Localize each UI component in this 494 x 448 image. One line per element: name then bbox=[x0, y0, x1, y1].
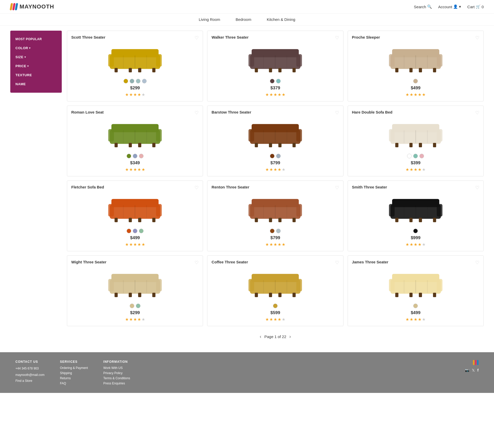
press-enquiries-link[interactable]: Press Enquiries bbox=[103, 382, 130, 385]
product-price: $799 bbox=[270, 235, 280, 240]
sidebar-item-name[interactable]: NAME bbox=[10, 80, 62, 89]
returns-link[interactable]: Returns bbox=[60, 376, 88, 380]
svg-rect-49 bbox=[269, 143, 272, 147]
header-right: Search 🔍 Account 👤 ▾ Cart 🛒 0 bbox=[414, 4, 484, 9]
filled-star: ★ bbox=[414, 317, 417, 322]
cart-link[interactable]: Cart 🛒 0 bbox=[467, 4, 484, 9]
wishlist-icon[interactable]: ♡ bbox=[475, 260, 479, 265]
terms-conditions-link[interactable]: Terms & Conditions bbox=[103, 376, 130, 380]
color-swatch[interactable] bbox=[276, 154, 281, 158]
color-swatch[interactable] bbox=[270, 79, 275, 83]
color-swatch[interactable] bbox=[413, 229, 418, 233]
filled-star: ★ bbox=[405, 92, 409, 97]
logo[interactable]: MAYNOOTH bbox=[10, 3, 54, 10]
color-swatch[interactable] bbox=[407, 154, 412, 158]
wishlist-icon[interactable]: ♡ bbox=[475, 110, 479, 116]
wishlist-icon[interactable]: ♡ bbox=[335, 110, 339, 116]
product-rating: ★★★★★ bbox=[405, 317, 426, 322]
wishlist-icon[interactable]: ♡ bbox=[335, 260, 339, 265]
product-price: $999 bbox=[411, 235, 420, 240]
product-card: Proche Sleeper♡ $499★★★★★ bbox=[348, 31, 484, 101]
wishlist-icon[interactable]: ♡ bbox=[195, 110, 199, 116]
nav-living-room[interactable]: Living Room bbox=[199, 17, 220, 22]
product-image bbox=[71, 118, 199, 151]
product-rating: ★★★★★ bbox=[125, 167, 145, 172]
svg-rect-27 bbox=[409, 68, 412, 72]
filled-star: ★ bbox=[418, 317, 421, 322]
sidebar-item-most-popular[interactable]: MOST POPULAR bbox=[10, 35, 62, 44]
sidebar-item-texture[interactable]: TEXTURE bbox=[10, 71, 62, 80]
svg-rect-71 bbox=[129, 218, 132, 222]
work-with-us-link[interactable]: Work With US bbox=[103, 366, 130, 370]
color-swatch[interactable] bbox=[139, 154, 144, 158]
services-title: SERVICES bbox=[60, 360, 88, 364]
color-swatch[interactable] bbox=[130, 79, 134, 83]
svg-rect-128 bbox=[433, 293, 436, 297]
find-store-link[interactable]: Find a Store bbox=[15, 379, 45, 383]
color-swatch[interactable] bbox=[136, 79, 140, 83]
color-swatch[interactable] bbox=[276, 229, 281, 233]
svg-rect-80 bbox=[296, 204, 302, 217]
wishlist-icon[interactable]: ♡ bbox=[195, 185, 199, 191]
next-page-button[interactable]: › bbox=[289, 334, 291, 339]
color-swatch[interactable] bbox=[142, 79, 147, 83]
prev-page-button[interactable]: ‹ bbox=[260, 334, 261, 339]
wishlist-icon[interactable]: ♡ bbox=[335, 185, 339, 191]
filled-star: ★ bbox=[265, 242, 269, 247]
color-swatch[interactable] bbox=[123, 79, 128, 83]
ordering-payment-link[interactable]: Ordering & Payment bbox=[60, 366, 88, 370]
faq-link[interactable]: FAQ bbox=[60, 382, 88, 385]
color-swatch[interactable] bbox=[270, 229, 275, 233]
color-swatch[interactable] bbox=[133, 154, 137, 158]
svg-rect-47 bbox=[296, 129, 302, 142]
twitter-icon[interactable]: 𝕏 bbox=[472, 368, 475, 372]
filled-star: ★ bbox=[125, 167, 129, 172]
pagination-text: Page 1 of 22 bbox=[264, 334, 286, 339]
wishlist-icon[interactable]: ♡ bbox=[475, 35, 479, 41]
color-swatch[interactable] bbox=[130, 304, 134, 308]
nav-bedroom[interactable]: Bedroom bbox=[236, 17, 251, 22]
sidebar-item-price[interactable]: PRICE ▾ bbox=[10, 62, 62, 71]
instagram-icon[interactable]: 📷 bbox=[465, 368, 469, 372]
color-swatch[interactable] bbox=[136, 304, 140, 308]
search-link[interactable]: Search 🔍 bbox=[414, 4, 432, 9]
svg-rect-83 bbox=[278, 218, 281, 222]
color-swatch[interactable] bbox=[133, 229, 137, 233]
color-swatch[interactable] bbox=[413, 154, 418, 158]
color-swatch[interactable] bbox=[273, 304, 278, 308]
wishlist-icon[interactable]: ♡ bbox=[195, 35, 199, 41]
sidebar-item-color[interactable]: COLOR ▾ bbox=[10, 44, 62, 53]
svg-rect-106 bbox=[152, 293, 155, 297]
account-link[interactable]: Account 👤 ▾ bbox=[438, 4, 461, 9]
product-rating: ★★★★★ bbox=[265, 317, 285, 322]
svg-rect-72 bbox=[138, 218, 141, 222]
privacy-policy-link[interactable]: Privacy Policy bbox=[103, 371, 130, 375]
filled-star: ★ bbox=[137, 92, 141, 97]
nav-kitchen-dining[interactable]: Kitchen & Dining bbox=[267, 17, 295, 22]
product-price: $499 bbox=[411, 85, 420, 91]
facebook-icon[interactable]: f bbox=[477, 368, 479, 372]
color-swatch[interactable] bbox=[413, 79, 418, 83]
shipping-link[interactable]: Shipping bbox=[60, 371, 88, 375]
color-swatch[interactable] bbox=[139, 229, 144, 233]
sidebar-item-size[interactable]: SIZE ▾ bbox=[10, 53, 62, 62]
filled-star: ★ bbox=[129, 167, 133, 172]
product-card: Barstow Three Seater♡ $799★★★★★ bbox=[207, 106, 343, 176]
color-swatch[interactable] bbox=[419, 154, 424, 158]
color-swatch[interactable] bbox=[413, 304, 418, 308]
color-swatch[interactable] bbox=[127, 154, 131, 158]
wishlist-icon[interactable]: ♡ bbox=[475, 185, 479, 191]
color-swatches bbox=[270, 229, 281, 233]
svg-rect-26 bbox=[395, 68, 398, 72]
color-swatch[interactable] bbox=[127, 229, 131, 233]
color-swatch[interactable] bbox=[270, 154, 275, 158]
wishlist-icon[interactable]: ♡ bbox=[195, 260, 199, 265]
svg-rect-59 bbox=[395, 143, 398, 147]
product-price: $349 bbox=[130, 160, 140, 166]
footer-logo-area: 📷 𝕏 f bbox=[465, 360, 479, 372]
filled-star: ★ bbox=[414, 92, 417, 97]
color-swatches bbox=[273, 304, 278, 308]
product-header: Renton Three Seater♡ bbox=[211, 185, 339, 191]
color-swatch[interactable] bbox=[276, 79, 281, 83]
wishlist-icon[interactable]: ♡ bbox=[335, 35, 339, 41]
